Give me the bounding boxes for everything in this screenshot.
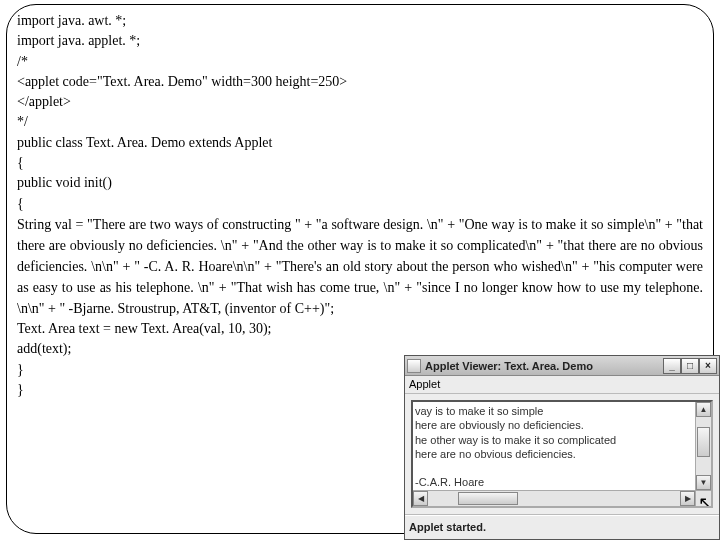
minimize-button[interactable]: _ xyxy=(663,358,681,374)
scroll-track[interactable] xyxy=(696,457,711,475)
menu-applet[interactable]: Applet xyxy=(409,378,440,390)
maximize-button[interactable]: □ xyxy=(681,358,699,374)
code-line: public class Text. Area. Demo extends Ap… xyxy=(17,133,703,153)
horizontal-scroll-thumb[interactable] xyxy=(458,492,518,505)
scroll-right-icon[interactable]: ▶ xyxy=(680,491,695,506)
code-line: <applet code="Text. Area. Demo" width=30… xyxy=(17,72,703,92)
vertical-scrollbar[interactable]: ▲ ▼ xyxy=(695,402,711,490)
scroll-track[interactable] xyxy=(518,491,680,506)
scroll-left-icon[interactable]: ◀ xyxy=(413,491,428,506)
window-title: Applet Viewer: Text. Area. Demo xyxy=(425,360,663,372)
applet-viewer-window: Applet Viewer: Text. Area. Demo _ □ × Ap… xyxy=(404,355,720,540)
scroll-up-icon[interactable]: ▲ xyxy=(696,402,711,417)
code-line: */ xyxy=(17,112,703,132)
java-cup-icon xyxy=(407,359,421,373)
horizontal-scrollbar[interactable]: ◀ ▶ xyxy=(413,490,695,506)
close-button[interactable]: × xyxy=(699,358,717,374)
code-line: import java. applet. *; xyxy=(17,31,703,51)
cursor-icon: ↖ xyxy=(698,492,713,508)
code-line: /* xyxy=(17,52,703,72)
applet-body: vay is to make it so simple here are obv… xyxy=(405,394,719,515)
window-buttons: _ □ × xyxy=(663,358,717,374)
code-line: </applet> xyxy=(17,92,703,112)
code-string-val: String val = "There are two ways of cons… xyxy=(17,214,703,319)
code-line: { xyxy=(17,194,703,214)
code-line: public void init() xyxy=(17,173,703,193)
window-titlebar[interactable]: Applet Viewer: Text. Area. Demo _ □ × xyxy=(405,356,719,376)
scroll-down-icon[interactable]: ▼ xyxy=(696,475,711,490)
vertical-scroll-thumb[interactable] xyxy=(697,427,710,457)
menu-bar[interactable]: Applet xyxy=(405,376,719,394)
status-text: Applet started. xyxy=(409,521,486,533)
code-line: import java. awt. *; xyxy=(17,11,703,31)
code-line: { xyxy=(17,153,703,173)
status-bar: Applet started. xyxy=(405,515,719,539)
code-line: Text. Area text = new Text. Area(val, 10… xyxy=(17,319,703,339)
text-area[interactable]: vay is to make it so simple here are obv… xyxy=(411,400,713,508)
